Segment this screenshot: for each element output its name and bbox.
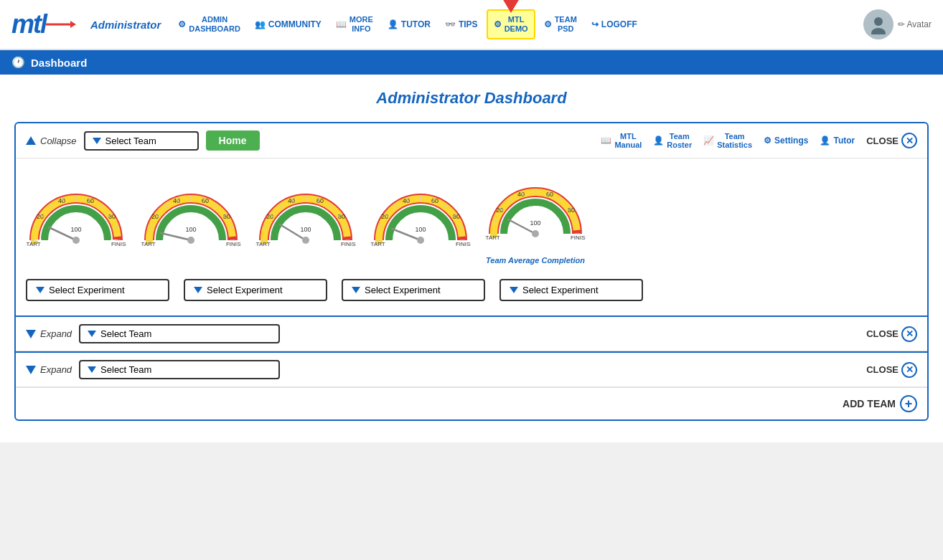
nav-item-logoff[interactable]: ↪ LOGOFF xyxy=(586,15,643,34)
settings-btn[interactable]: ⚙ Settings xyxy=(764,136,808,146)
dashboard-icon: 🕐 xyxy=(11,56,25,69)
dashboard-header-label: Dashboard xyxy=(31,57,87,69)
team-statistics-icon: 📈 xyxy=(703,136,714,146)
gauges-area-1: 20 40 60 80 START FINISH 100 xyxy=(16,158,927,272)
triangle-down-icon-3 xyxy=(26,366,36,374)
main-content: Administrator Dashboard Collapse Select … xyxy=(0,75,943,442)
select-experiment-btn-2[interactable]: Select Experiment xyxy=(184,279,327,301)
gauge-svg-4: 20 40 60 80 START FINISH 100 xyxy=(370,179,471,258)
select-team-btn-2[interactable]: Select Team xyxy=(79,324,280,343)
exp-dropdown-arrow-3 xyxy=(352,287,360,293)
team-roster-label: Team Roster xyxy=(667,132,692,149)
svg-line-34 xyxy=(161,233,191,240)
gauge-3: 20 40 60 80 START FINISH 100 xyxy=(255,179,356,258)
svg-text:START: START xyxy=(141,241,156,247)
tips-label: TIPS xyxy=(459,19,478,29)
select-team-label-1: Select Team xyxy=(105,136,156,146)
exp-dropdown-arrow-4 xyxy=(510,287,518,293)
nav-item-community[interactable]: 👥 COMMUNITY xyxy=(249,15,327,34)
svg-text:FINISH: FINISH xyxy=(456,241,471,247)
select-experiment-btn-4[interactable]: Select Experiment xyxy=(499,279,643,301)
collapse-btn-1[interactable]: Collapse xyxy=(26,136,77,146)
expand-btn-3[interactable]: Expand xyxy=(26,364,72,375)
close-btn-1[interactable]: CLOSE ✕ xyxy=(866,133,917,148)
close-area-3: CLOSE ✕ xyxy=(866,362,917,378)
header-right-actions-1: 📖 MTL Manual 👤 Team Roster 📈 Team Statis… xyxy=(601,132,917,149)
nav-item-tutor[interactable]: 👤 TUTOR xyxy=(382,15,436,34)
svg-text:FINISH: FINISH xyxy=(571,234,586,241)
panel-3-header: Expand Select Team CLOSE ✕ xyxy=(16,353,927,387)
mtl-manual-btn[interactable]: 📖 MTL Manual xyxy=(601,132,642,149)
team-psd-label: TEAM PSD xyxy=(555,15,577,34)
expand-btn-2[interactable]: Expand xyxy=(26,328,72,339)
svg-point-15 xyxy=(72,237,80,244)
team-panel-3: Expand Select Team CLOSE ✕ xyxy=(16,351,927,387)
expand-label-2: Expand xyxy=(40,328,72,339)
close-btn-2[interactable]: CLOSE ✕ xyxy=(866,326,917,342)
triangle-up-icon xyxy=(26,136,36,145)
close-label-2: CLOSE xyxy=(866,328,899,339)
nav-items: ⚙ ADMIN DASHBOARD 👥 COMMUNITY 📖 MORE INF… xyxy=(172,9,863,39)
experiment-selectors-1: Select Experiment Select Experiment Sele… xyxy=(16,272,927,315)
dropdown-arrow-icon-3 xyxy=(88,366,96,373)
nav-item-tips[interactable]: 👓 TIPS xyxy=(439,15,484,34)
more-info-label: MORE INFO xyxy=(349,15,373,34)
nav-item-mtl-demo[interactable]: ⚙ MTL DEMO xyxy=(487,9,535,39)
select-experiment-btn-3[interactable]: Select Experiment xyxy=(342,279,485,301)
svg-text:START: START xyxy=(485,234,500,241)
tutor-action-icon: 👤 xyxy=(820,136,830,146)
close-label-3: CLOSE xyxy=(866,364,899,375)
add-team-btn[interactable]: ADD TEAM + xyxy=(843,395,917,412)
mtl-manual-label: MTL Manual xyxy=(614,132,642,149)
team-roster-icon: 👤 xyxy=(653,136,664,146)
select-experiment-label-1: Select Experiment xyxy=(49,285,125,295)
logoff-label: LOGOFF xyxy=(601,19,637,29)
svg-point-2 xyxy=(874,17,883,26)
mtl-demo-label: MTL DEMO xyxy=(505,15,528,34)
nav-avatar[interactable]: ✏ Avatar xyxy=(863,9,932,39)
gauge-svg-2: 20 40 60 80 START FINISH 100 xyxy=(141,179,241,258)
dashboard-header: 🕐 Dashboard xyxy=(0,50,943,75)
team-statistics-label: Team Statistics xyxy=(717,132,752,149)
dropdown-arrow-icon-2 xyxy=(88,331,96,337)
svg-point-75 xyxy=(417,237,424,244)
select-team-label-2: Select Team xyxy=(100,328,151,339)
tips-icon: 👓 xyxy=(445,19,456,29)
svg-text:100: 100 xyxy=(300,226,311,233)
close-circle-icon-1: ✕ xyxy=(901,133,917,148)
nav-item-more-info[interactable]: 📖 MORE INFO xyxy=(330,11,379,38)
svg-text:40: 40 xyxy=(288,197,295,204)
svg-text:FINISH: FINISH xyxy=(226,241,241,247)
close-area-2: CLOSE ✕ xyxy=(866,326,917,342)
panel-2-header: Expand Select Team CLOSE ✕ xyxy=(16,317,927,351)
nav-item-admin-dashboard[interactable]: ⚙ ADMIN DASHBOARD xyxy=(172,11,246,38)
nav-item-team-psd[interactable]: ⚙ TEAM PSD xyxy=(538,11,583,38)
select-experiment-btn-1[interactable]: Select Experiment xyxy=(26,279,169,301)
collapse-label-1: Collapse xyxy=(40,136,77,146)
team-statistics-btn[interactable]: 📈 Team Statistics xyxy=(703,132,752,149)
home-button-1[interactable]: Home xyxy=(206,130,260,151)
team-roster-btn[interactable]: 👤 Team Roster xyxy=(653,132,692,149)
admin-dashboard-label: ADMIN DASHBOARD xyxy=(189,15,240,34)
gauge-4: 20 40 60 80 START FINISH 100 xyxy=(370,179,471,258)
svg-text:40: 40 xyxy=(173,197,180,204)
gauge-svg-5: 20 40 60 80 START FINISH 100 xyxy=(485,173,586,252)
logoff-icon: ↪ xyxy=(591,19,599,29)
team-panel-2: Expand Select Team CLOSE ✕ xyxy=(16,315,927,351)
select-team-btn-3[interactable]: Select Team xyxy=(79,360,280,379)
tutor-btn[interactable]: 👤 Tutor xyxy=(820,136,855,146)
tutor-nav-label: TUTOR xyxy=(401,19,431,29)
svg-text:START: START xyxy=(255,241,271,247)
avatar xyxy=(863,9,893,39)
close-btn-3[interactable]: CLOSE ✕ xyxy=(866,362,917,378)
svg-text:100: 100 xyxy=(415,226,426,233)
svg-text:FINISH: FINISH xyxy=(111,241,126,247)
admin-label: Administrator xyxy=(90,19,161,31)
logo-arrow-icon xyxy=(46,19,76,29)
team-panel-1: Collapse Select Team Home 📖 MTL Manual xyxy=(16,123,927,315)
add-team-label: ADD TEAM xyxy=(843,398,896,409)
community-label: COMMUNITY xyxy=(268,19,322,29)
svg-point-35 xyxy=(187,237,194,244)
select-team-btn-1[interactable]: Select Team xyxy=(84,131,199,151)
select-team-label-3: Select Team xyxy=(100,364,151,375)
